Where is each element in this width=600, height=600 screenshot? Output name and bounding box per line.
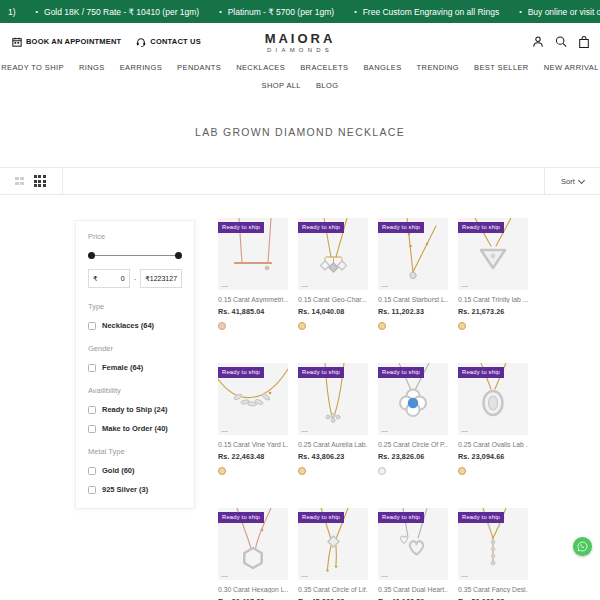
nav-item-ready-to-ship[interactable]: READY TO SHIP: [1, 63, 64, 72]
color-swatch-rose[interactable]: [218, 322, 226, 330]
bullet-icon: •: [219, 8, 221, 15]
product-title: 0.25 Carat Aurelia Lab...: [298, 441, 368, 448]
nav-item-bangles[interactable]: BANGLES: [363, 63, 401, 72]
brand-logo-sub: DIAMONDS: [265, 47, 336, 53]
grid-view-2col-icon[interactable]: [15, 177, 24, 186]
product-title: 0.25 Carat Circle Of P...: [378, 441, 448, 448]
filter-option-necklaces-64[interactable]: Necklaces (64): [88, 321, 182, 330]
checkbox-icon[interactable]: [88, 467, 96, 475]
filter-option-female-64[interactable]: Female (64): [88, 363, 182, 372]
filter-option-make-to-order-40[interactable]: Make to Order (40): [88, 424, 182, 433]
product-card[interactable]: Ready to ship0.25 Carat Ovalis Lab ...Rs…: [458, 363, 528, 498]
contact-us-button[interactable]: CONTACT US: [136, 37, 201, 47]
book-appointment-button[interactable]: BOOK AN APPOINTMENT: [12, 37, 121, 47]
nav-item-rings[interactable]: RINGS: [79, 63, 105, 72]
product-image: Ready to ship: [298, 508, 368, 580]
color-swatch-gold[interactable]: [458, 467, 466, 475]
nav-item-necklaces[interactable]: NECKLACES: [236, 63, 285, 72]
product-image: Ready to ship: [378, 508, 448, 580]
main-nav-row2: SHOP ALLBLOG: [0, 81, 600, 90]
product-title: 0.15 Carat Vine Yard L...: [218, 441, 288, 448]
ready-to-ship-badge: Ready to ship: [378, 512, 424, 523]
product-price: Rs. 21,673.26: [458, 307, 528, 316]
color-swatch-gold[interactable]: [218, 467, 226, 475]
whatsapp-button[interactable]: [573, 537, 592, 556]
price-min-input[interactable]: ₹ 0: [88, 269, 130, 288]
product-title: 0.35 Carat Dual Heart...: [378, 586, 448, 593]
checkbox-icon[interactable]: [88, 406, 96, 414]
filter-section-label: Gender: [88, 344, 182, 353]
product-card[interactable]: Ready to ship0.25 Carat Circle Of P...Rs…: [378, 363, 448, 498]
product-card[interactable]: Ready to ship0.35 Carat Circle of Lif...…: [298, 508, 368, 600]
product-card[interactable]: Ready to ship0.15 Carat Vine Yard L...Rs…: [218, 363, 288, 498]
price-range-slider[interactable]: [90, 252, 180, 259]
product-price: Rs. 11,202.33: [378, 307, 448, 316]
product-grid: Ready to ship0.15 Carat Asymmetri...Rs. …: [218, 218, 528, 600]
product-card[interactable]: Ready to ship0.15 Carat Asymmetri...Rs. …: [218, 218, 288, 353]
headset-icon: [136, 37, 146, 47]
announcement-fragment: 1): [8, 7, 16, 17]
grid-view-3col-icon[interactable]: [34, 175, 46, 187]
checkbox-icon[interactable]: [88, 364, 96, 372]
product-card[interactable]: Ready to ship0.35 Carat Fancy Desi...Rs.…: [458, 508, 528, 600]
search-icon[interactable]: [555, 36, 567, 48]
product-price: Rs. 23,094.66: [458, 452, 528, 461]
brand-logo[interactable]: MAIORA DIAMONDS: [265, 31, 336, 53]
price-max-value: ₹1223127: [145, 275, 177, 283]
product-card[interactable]: Ready to ship0.30 Carat Hexagon L...Rs. …: [218, 508, 288, 600]
product-card[interactable]: Ready to ship0.15 Carat Starburst L...Rs…: [378, 218, 448, 353]
nav-item-bracelets[interactable]: BRACELETS: [300, 63, 348, 72]
product-image: Ready to ship: [378, 218, 448, 290]
image-watermark-dash: [221, 576, 228, 577]
product-image: Ready to ship: [298, 363, 368, 435]
color-swatch-white[interactable]: [378, 467, 386, 475]
filter-section-metal-type: Metal TypeGold (60)925 Silver (3): [88, 447, 182, 494]
color-swatch-gold[interactable]: [298, 322, 306, 330]
ready-to-ship-badge: Ready to ship: [458, 222, 504, 233]
product-title: 0.35 Carat Circle of Lif...: [298, 586, 368, 593]
color-swatch-gold[interactable]: [458, 322, 466, 330]
filter-option-gold-60[interactable]: Gold (60): [88, 466, 182, 475]
image-watermark-dash: [301, 431, 308, 432]
nav-item-shop-all[interactable]: SHOP ALL: [262, 81, 301, 90]
nav-item-best-seller[interactable]: BEST SELLER: [474, 63, 529, 72]
filter-option-ready-to-ship-24[interactable]: Ready to Ship (24): [88, 405, 182, 414]
cart-bag-icon[interactable]: [578, 35, 590, 48]
product-card[interactable]: Ready to ship0.15 Carat Geo-Char...Rs. 1…: [298, 218, 368, 353]
color-swatch-gold[interactable]: [378, 322, 386, 330]
sort-button[interactable]: Sort: [544, 168, 600, 194]
filter-option-925-silver-3[interactable]: 925 Silver (3): [88, 485, 182, 494]
nav-item-pendants[interactable]: PENDANTS: [177, 63, 221, 72]
product-card[interactable]: Ready to ship0.35 Carat Dual Heart...Rs.…: [378, 508, 448, 600]
account-icon[interactable]: [532, 36, 544, 48]
checkbox-icon[interactable]: [88, 425, 96, 433]
product-card[interactable]: Ready to ship0.25 Carat Aurelia Lab...Rs…: [298, 363, 368, 498]
nav-item-blog[interactable]: BLOG: [316, 81, 338, 90]
nav-item-earrings[interactable]: EARRINGS: [120, 63, 162, 72]
checkbox-icon[interactable]: [88, 486, 96, 494]
checkbox-icon[interactable]: [88, 322, 96, 330]
whatsapp-icon: [577, 541, 588, 552]
nav-item-new-arrival[interactable]: NEW ARRIVAL: [544, 63, 599, 72]
filter-option-label: Necklaces (64): [102, 321, 154, 330]
product-price: Rs. 43,806.23: [298, 452, 368, 461]
price-slider-max-handle[interactable]: [175, 252, 182, 259]
filter-section-label: Availibility: [88, 386, 182, 395]
announcement-text: Buy online or visit our display to exper…: [528, 7, 600, 17]
price-slider-min-handle[interactable]: [88, 252, 95, 259]
product-card[interactable]: Ready to ship0.15 Carat Trinity lab ...R…: [458, 218, 528, 353]
image-watermark-dash: [381, 576, 388, 577]
image-watermark-dash: [221, 431, 228, 432]
currency-symbol: ₹: [93, 275, 97, 283]
nav-item-trending[interactable]: TRENDING: [417, 63, 459, 72]
color-swatch-gold[interactable]: [298, 467, 306, 475]
price-min-value: 0: [121, 275, 125, 282]
site-header: BOOK AN APPOINTMENT CONTACT US MAIORA DI…: [0, 23, 600, 60]
filter-option-label: 925 Silver (3): [102, 485, 148, 494]
ready-to-ship-badge: Ready to ship: [458, 512, 504, 523]
price-max-input[interactable]: ₹1223127: [140, 269, 182, 288]
product-image: Ready to ship: [218, 508, 288, 580]
product-title: 0.15 Carat Geo-Char...: [298, 296, 368, 303]
product-price: Rs. 22,463.48: [218, 452, 288, 461]
announcement-item: •Free Custom Engraving on all Rings: [354, 7, 499, 17]
